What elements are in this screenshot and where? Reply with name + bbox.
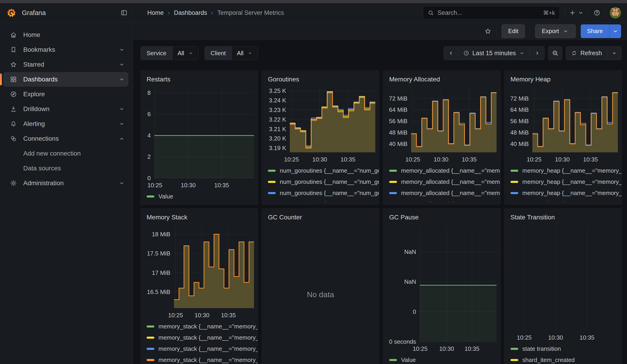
chevron-down-icon[interactable] (118, 120, 125, 127)
chevron-down-icon[interactable] (118, 105, 125, 112)
legend-item[interactable]: memory_stack {__name__="memory_s (147, 332, 258, 343)
legend-item[interactable]: num_goroutines {__name__="num_go (268, 165, 379, 176)
export-button[interactable]: Export (535, 24, 575, 38)
zoom-out-button[interactable] (548, 46, 562, 60)
chart-canvas[interactable]: 18 MiB17.5 MiB17 MiB16.5 MiB10:2510:3010… (141, 223, 256, 320)
chart-plot[interactable]: 3.25 K3.24 K3.23 K3.22 K3.21 K3.20 K3.19… (262, 85, 377, 164)
refresh-button[interactable]: Refresh (566, 47, 607, 60)
legend-item[interactable]: memory_allocated {__name__="memo (389, 188, 500, 199)
favorite-star-icon[interactable] (484, 28, 491, 35)
legend-dash-icon (511, 181, 518, 183)
edit-button[interactable]: Edit (502, 24, 525, 38)
controls-row: Service All Client All (133, 40, 627, 60)
svg-text:10:25: 10:25 (517, 334, 532, 341)
legend-label: shard_item_created (522, 357, 575, 364)
refresh-interval-button[interactable] (607, 47, 621, 60)
sidebar-item-connections[interactable]: Connections (3, 131, 128, 146)
sidebar-item-starred[interactable]: Starred (3, 57, 128, 72)
panel-title[interactable]: Memory Allocated (383, 74, 500, 85)
chart-plot[interactable]: 18 MiB17.5 MiB17 MiB16.5 MiB10:2510:3010… (141, 223, 256, 320)
legend-dash-icon (389, 192, 397, 194)
chevron-down-icon[interactable] (118, 46, 125, 53)
chart-canvas[interactable]: 8642010:2510:3010:35 (141, 85, 256, 190)
breadcrumb-item[interactable]: Dashboards (174, 9, 207, 16)
svg-text:72 MiB: 72 MiB (389, 95, 408, 102)
time-forward-button[interactable] (530, 47, 544, 60)
sidebar-item-alerting[interactable]: Alerting (3, 116, 128, 131)
chart-plot[interactable]: 72 MiB64 MiB56 MiB48 MiB40 MiB10:2510:30… (383, 85, 498, 164)
svg-text:10:30: 10:30 (555, 156, 570, 163)
chevron-down-icon[interactable] (118, 61, 125, 68)
time-range-picker: Last 15 minutes (444, 46, 545, 60)
legend-dash-icon (511, 170, 518, 172)
legend-item[interactable]: memory_heap {__name__="memory_h (511, 199, 622, 202)
legend-item[interactable]: memory_allocated {__name__="memo (389, 176, 500, 188)
sidebar-item-dashboards[interactable]: Dashboards (3, 72, 128, 87)
legend-item[interactable]: shard_item_created (511, 354, 622, 364)
share-button[interactable]: Share (581, 24, 621, 38)
share-dropdown-button[interactable] (609, 24, 621, 38)
legend-item[interactable]: state transition (511, 343, 622, 354)
panel-title[interactable]: GC Counter (262, 212, 379, 223)
legend-item[interactable]: Value (389, 354, 500, 364)
panel-title[interactable]: Memory Heap (505, 74, 622, 85)
legend-item[interactable]: num_goroutines {__name__="num_go (268, 199, 379, 202)
panel-title[interactable]: Memory Stack (141, 212, 258, 223)
chart-plot[interactable]: 8642010:2510:3010:35 (141, 85, 256, 190)
chart-plot[interactable]: 10:2510:3010:35 (505, 223, 620, 342)
legend-item[interactable]: memory_allocated {__name__="memo (389, 199, 500, 202)
filter-service-value[interactable]: All (173, 47, 198, 60)
legend-item[interactable]: memory_heap {__name__="memory_h (511, 188, 622, 199)
chart-plot[interactable]: 72 MiB64 MiB56 MiB48 MiB40 MiB10:2510:30… (505, 85, 620, 164)
filter-client-value[interactable]: All (232, 47, 258, 60)
sidebar-item-add-new-connection[interactable]: Add new connection (3, 146, 128, 161)
chart-canvas[interactable]: 10:2510:3010:35 (505, 223, 620, 342)
svg-text:10:30: 10:30 (548, 334, 563, 341)
sidebar-item-explore[interactable]: Explore (3, 87, 128, 102)
chart-canvas[interactable]: 72 MiB64 MiB56 MiB48 MiB40 MiB10:2510:30… (505, 85, 620, 164)
svg-text:17.5 MiB: 17.5 MiB (147, 250, 170, 257)
gear-icon (10, 180, 17, 187)
chevron-up-icon[interactable] (118, 135, 125, 142)
svg-text:10:30: 10:30 (434, 156, 448, 163)
legend-item[interactable]: memory_heap {__name__="memory_h (511, 165, 622, 176)
chart-canvas[interactable]: NaNNaN00 seconds10:2510:3010:35 (383, 223, 498, 354)
sidebar-item-bookmarks[interactable]: Bookmarks (3, 42, 128, 57)
help-icon[interactable] (593, 9, 600, 16)
legend-item[interactable]: memory_allocated {__name__="memo (389, 165, 500, 176)
legend-item[interactable]: num_goroutines {__name__="num_go (268, 176, 379, 188)
legend-item[interactable]: memory_stack {__name__="memory_s (147, 321, 258, 332)
legend-item[interactable]: memory_stack {__name__="memory_s (147, 354, 258, 364)
chart-canvas[interactable]: 3.25 K3.24 K3.23 K3.22 K3.21 K3.20 K3.19… (262, 85, 377, 164)
panel-title[interactable]: GC Pause (383, 212, 500, 223)
legend-item[interactable]: Value (147, 191, 258, 202)
filter-service-label: Service (141, 47, 173, 60)
chart-canvas[interactable]: 72 MiB64 MiB56 MiB48 MiB40 MiB10:2510:30… (383, 85, 498, 164)
add-new-button[interactable] (569, 9, 584, 16)
panel-title[interactable]: Restarts (141, 74, 258, 85)
chevron-down-icon[interactable] (118, 180, 125, 187)
chevron-down-icon[interactable] (118, 76, 125, 83)
sidebar-item-label: Alerting (23, 120, 118, 127)
sidebar-item-administration[interactable]: Administration (3, 176, 128, 190)
time-range-button[interactable]: Last 15 minutes (458, 47, 530, 60)
svg-text:3.20 K: 3.20 K (269, 135, 286, 142)
legend-item[interactable]: num_goroutines {__name__="num_go (268, 188, 379, 199)
chart-plot[interactable]: NaNNaN00 seconds10:2510:3010:35 (383, 223, 498, 354)
legend-item[interactable]: memory_heap {__name__="memory_h (511, 176, 622, 188)
nav-brand-section: Grafana (0, 3, 133, 22)
search-input[interactable]: Search... ⌘+k (423, 6, 560, 19)
sidebar-item-drilldown[interactable]: Drilldown (3, 102, 128, 116)
breadcrumb-item[interactable]: Home (147, 9, 164, 16)
panel-goroutines: Goroutines3.25 K3.24 K3.23 K3.22 K3.21 K… (262, 70, 379, 205)
sidebar-item-data-sources[interactable]: Data sources (3, 161, 128, 176)
sidebar-toggle-icon[interactable] (121, 9, 127, 16)
panel-title[interactable]: State Transition (505, 212, 622, 223)
export-label: Export (542, 28, 559, 35)
sidebar-item-home[interactable]: Home (3, 28, 128, 42)
legend-item[interactable]: memory_stack {__name__="memory_s (147, 343, 258, 354)
time-back-button[interactable] (444, 47, 458, 60)
panel-title[interactable]: Goroutines (262, 74, 379, 85)
avatar[interactable] (610, 7, 621, 18)
panels-grid: Restarts8642010:2510:3010:35ValueGorouti… (140, 70, 622, 364)
